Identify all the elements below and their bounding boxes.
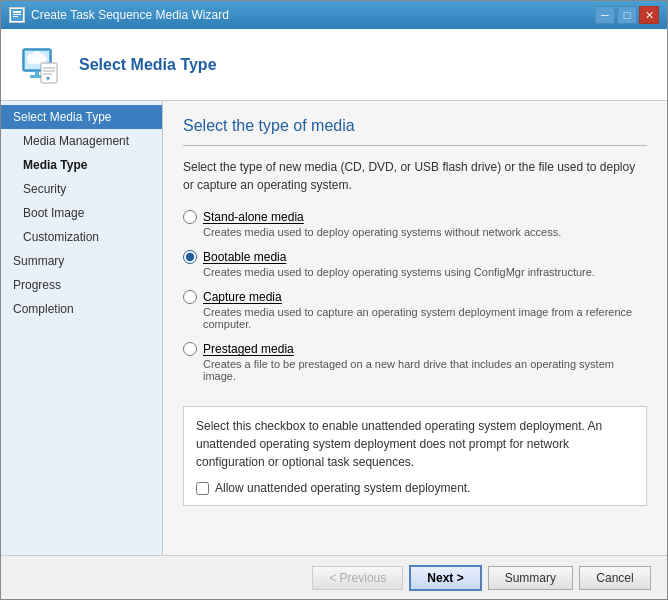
window-title: Create Task Sequence Media Wizard: [31, 8, 229, 22]
radio-desc-bootable: Creates media used to deploy operating s…: [203, 266, 647, 278]
sidebar-item-boot-image[interactable]: Boot Image: [1, 201, 162, 225]
header-title: Select Media Type: [79, 56, 217, 74]
window-icon: [9, 7, 25, 23]
sidebar-item-progress[interactable]: Progress: [1, 273, 162, 297]
unattended-description: Select this checkbox to enable unattende…: [196, 417, 634, 471]
radio-label-row-bootable: Bootable media: [183, 250, 647, 264]
svg-rect-1: [13, 11, 21, 13]
content-area: Select the type of media Select the type…: [163, 101, 667, 555]
sidebar-item-media-management[interactable]: Media Management: [1, 129, 162, 153]
header-banner: Select Media Type: [1, 29, 667, 101]
radio-label-row-capture: Capture media: [183, 290, 647, 304]
radio-bootable[interactable]: [183, 250, 197, 264]
radio-desc-standalone: Creates media used to deploy operating s…: [203, 226, 647, 238]
previous-button[interactable]: < Previous: [312, 566, 403, 590]
minimize-button[interactable]: ─: [595, 6, 615, 24]
checkbox-row-unattended: Allow unattended operating system deploy…: [196, 481, 634, 495]
radio-option-prestaged: Prestaged media Creates a file to be pre…: [183, 342, 647, 382]
radio-label-row-prestaged: Prestaged media: [183, 342, 647, 356]
checkbox-unattended-label: Allow unattended operating system deploy…: [215, 481, 471, 495]
radio-group: Stand-alone media Creates media used to …: [183, 210, 647, 394]
radio-capture[interactable]: [183, 290, 197, 304]
radio-label-standalone: Stand-alone media: [203, 210, 304, 224]
sidebar-item-completion[interactable]: Completion: [1, 297, 162, 321]
radio-option-bootable: Bootable media Creates media used to dep…: [183, 250, 647, 278]
cancel-button[interactable]: Cancel: [579, 566, 651, 590]
close-button[interactable]: ✕: [639, 6, 659, 24]
unattended-section: Select this checkbox to enable unattende…: [183, 406, 647, 506]
checkbox-unattended[interactable]: [196, 482, 209, 495]
header-icon: [17, 41, 65, 89]
sidebar-item-customization[interactable]: Customization: [1, 225, 162, 249]
wizard-window: Create Task Sequence Media Wizard ─ □ ✕: [0, 0, 668, 600]
content-description: Select the type of new media (CD, DVD, o…: [183, 158, 647, 194]
maximize-button[interactable]: □: [617, 6, 637, 24]
radio-desc-prestaged: Creates a file to be prestaged on a new …: [203, 358, 647, 382]
footer: < Previous Next > Summary Cancel: [1, 555, 667, 599]
title-bar-left: Create Task Sequence Media Wizard: [9, 7, 229, 23]
sidebar-item-summary[interactable]: Summary: [1, 249, 162, 273]
radio-standalone[interactable]: [183, 210, 197, 224]
radio-label-prestaged: Prestaged media: [203, 342, 294, 356]
radio-label-capture: Capture media: [203, 290, 282, 304]
next-button[interactable]: Next >: [409, 565, 481, 591]
svg-rect-3: [13, 16, 18, 17]
radio-label-row-standalone: Stand-alone media: [183, 210, 647, 224]
divider: [183, 145, 647, 146]
radio-option-capture: Capture media Creates media used to capt…: [183, 290, 647, 330]
radio-desc-capture: Creates media used to capture an operati…: [203, 306, 647, 330]
sidebar: Select Media Type Media Management Media…: [1, 101, 163, 555]
svg-rect-12: [41, 63, 57, 83]
radio-prestaged[interactable]: [183, 342, 197, 356]
content-title: Select the type of media: [183, 117, 647, 135]
title-bar: Create Task Sequence Media Wizard ─ □ ✕: [1, 1, 667, 29]
summary-button[interactable]: Summary: [488, 566, 573, 590]
title-bar-controls: ─ □ ✕: [595, 6, 659, 24]
main-content: Select Media Type Media Management Media…: [1, 101, 667, 555]
radio-label-bootable: Bootable media: [203, 250, 286, 264]
sidebar-item-select-media-type[interactable]: Select Media Type: [1, 105, 162, 129]
sidebar-item-security[interactable]: Security: [1, 177, 162, 201]
sidebar-item-media-type[interactable]: Media Type: [1, 153, 162, 177]
svg-rect-2: [13, 14, 21, 15]
radio-option-standalone: Stand-alone media Creates media used to …: [183, 210, 647, 238]
